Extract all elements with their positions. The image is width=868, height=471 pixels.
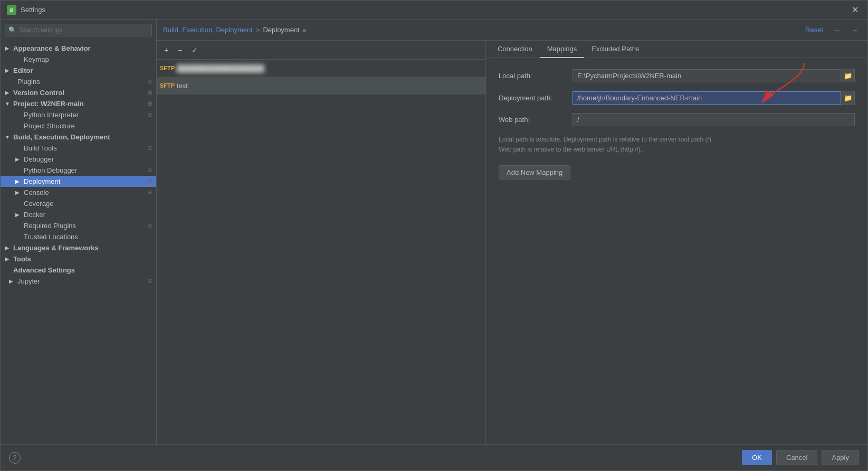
settings-icon: ⊞ <box>147 167 152 174</box>
tab-excluded-paths[interactable]: Excluded Paths <box>584 41 646 58</box>
add-new-mapping-button[interactable]: Add New Mapping <box>499 165 570 180</box>
close-button[interactable]: ✕ <box>848 4 861 16</box>
bottom-bar: ? OK Cancel Apply <box>1 444 867 470</box>
breadcrumb-menu-icon[interactable]: ≡ <box>303 27 306 33</box>
sidebar-item-python-interpreter[interactable]: Python Interpreter ⊞ <box>1 109 156 120</box>
arrow-icon: ▶ <box>15 178 22 184</box>
sidebar-item-coverage[interactable]: Coverage <box>1 198 156 209</box>
sftp-icon: SFTP <box>162 80 173 91</box>
settings-icon: ⊞ <box>147 89 152 96</box>
help-text: Local path is absolute. Deployment path … <box>499 135 855 155</box>
sidebar-item-appearance[interactable]: ▶ Appearance & Behavior <box>1 43 156 54</box>
deployment-path-browse-button[interactable]: 📁 <box>841 91 855 105</box>
server-name: ██████████████████ <box>177 64 264 72</box>
sidebar-item-label: Project Structure <box>24 122 75 130</box>
panel-header: Build, Execution, Deployment > Deploymen… <box>157 20 867 41</box>
arrow-icon: ▶ <box>5 90 11 96</box>
sidebar-item-label: Console <box>24 189 49 196</box>
arrow-icon: ▶ <box>15 190 22 195</box>
settings-icon: ⊞ <box>147 111 152 118</box>
bottom-right: OK Cancel Apply <box>742 450 859 465</box>
server-name: test <box>177 82 188 90</box>
web-path-row: Web path: <box>499 113 855 126</box>
web-path-input[interactable] <box>573 113 855 126</box>
sidebar-item-jupyter[interactable]: ▶ Jupyter ⊞ <box>1 276 156 287</box>
breadcrumb-parent[interactable]: Build, Execution, Deployment <box>163 26 253 34</box>
sidebar-item-required-plugins[interactable]: Required Plugins ⊞ <box>1 220 156 231</box>
sidebar-item-version-control[interactable]: ▶ Version Control ⊞ <box>1 87 156 98</box>
local-path-input[interactable] <box>573 69 841 82</box>
sidebar-item-label: Required Plugins <box>24 222 76 230</box>
sidebar: 🔍 ▶ Appearance & Behavior Keymap ▶ Edito… <box>1 20 157 444</box>
arrow-icon: ▼ <box>5 101 11 107</box>
sidebar-item-label: Trusted Locations <box>24 233 78 241</box>
sidebar-item-console[interactable]: ▶ Console ⊞ <box>1 187 156 198</box>
sidebar-item-project[interactable]: ▼ Project: W2NER-main ⊞ <box>1 98 156 109</box>
tab-connection[interactable]: Connection <box>490 41 540 58</box>
search-icon: 🔍 <box>8 26 16 34</box>
check-button[interactable]: ✓ <box>188 44 201 56</box>
sidebar-item-tools[interactable]: ▶ Tools <box>1 253 156 265</box>
forward-button[interactable]: → <box>848 24 861 35</box>
deployment-path-label: Deployment path: <box>499 94 573 102</box>
tabs-header: Connection Mappings Excluded Paths <box>486 41 867 58</box>
sidebar-item-label: Appearance & Behavior <box>13 44 91 52</box>
sidebar-item-plugins[interactable]: Plugins ⊞ <box>1 76 156 87</box>
sidebar-item-languages[interactable]: ▶ Languages & Frameworks <box>1 242 156 253</box>
sidebar-item-label: Keymap <box>24 55 49 63</box>
cancel-button[interactable]: Cancel <box>776 450 817 465</box>
back-button[interactable]: ← <box>831 24 844 35</box>
local-path-browse-button[interactable]: 📁 <box>841 69 855 82</box>
breadcrumb: Build, Execution, Deployment > Deploymen… <box>163 26 802 34</box>
sidebar-item-docker[interactable]: ▶ Docker <box>1 209 156 220</box>
detail-panel: Connection Mappings Excluded Paths <box>486 41 867 444</box>
sidebar-item-editor[interactable]: ▶ Editor <box>1 65 156 76</box>
sidebar-item-keymap[interactable]: Keymap <box>1 54 156 65</box>
web-path-label: Web path: <box>499 116 573 124</box>
arrow-icon: ▶ <box>5 245 11 251</box>
list-item[interactable]: SFTP ██████████████████ <box>157 60 485 77</box>
sidebar-item-python-debugger[interactable]: Python Debugger ⊞ <box>1 165 156 176</box>
ok-button[interactable]: OK <box>742 450 772 465</box>
sidebar-item-label: Coverage <box>24 200 53 208</box>
sidebar-item-advanced-settings[interactable]: Advanced Settings <box>1 265 156 276</box>
sidebar-item-label: Tools <box>13 255 31 263</box>
arrow-icon: ▼ <box>5 134 11 140</box>
sidebar-item-project-structure[interactable]: Project Structure <box>1 120 156 131</box>
arrow-icon: ▶ <box>15 156 22 162</box>
server-list: SFTP ██████████████████ SFTP test <box>157 60 485 444</box>
settings-icon: ⊞ <box>147 78 152 85</box>
sidebar-item-label: Debugger <box>24 155 54 163</box>
help-button[interactable]: ? <box>9 452 21 464</box>
remove-server-button[interactable]: − <box>175 44 185 56</box>
sidebar-item-label: Python Interpreter <box>24 111 79 119</box>
add-server-button[interactable]: + <box>161 44 171 56</box>
arrow-icon: ▶ <box>5 256 11 262</box>
deployment-path-input[interactable] <box>573 91 841 105</box>
sidebar-item-label: Plugins <box>17 78 40 86</box>
search-input[interactable] <box>5 24 152 36</box>
sidebar-item-build-exec[interactable]: ▼ Build, Execution, Deployment <box>1 131 156 143</box>
reset-button[interactable]: Reset <box>802 24 826 35</box>
sidebar-item-debugger[interactable]: ▶ Debugger <box>1 154 156 165</box>
sidebar-item-trusted-locations[interactable]: Trusted Locations <box>1 231 156 242</box>
main-panel: Build, Execution, Deployment > Deploymen… <box>157 20 867 444</box>
sidebar-item-label: Project: W2NER-main <box>13 100 84 108</box>
settings-icon: ⊞ <box>147 145 152 152</box>
sidebar-item-build-tools[interactable]: Build Tools ⊞ <box>1 143 156 154</box>
deployment-path-row: Deployment path: 📁 <box>499 91 855 105</box>
list-item[interactable]: SFTP test <box>157 77 485 95</box>
sidebar-item-deployment[interactable]: ▶ Deployment ⊞ <box>1 176 156 187</box>
main-content: 🔍 ▶ Appearance & Behavior Keymap ▶ Edito… <box>1 20 867 444</box>
title-bar: ⚙ Settings ✕ <box>1 1 867 20</box>
sidebar-item-label: Docker <box>24 211 45 219</box>
breadcrumb-current: Deployment <box>263 26 299 34</box>
deployment-path-input-wrap: 📁 <box>573 91 855 105</box>
tab-mappings[interactable]: Mappings <box>540 41 584 58</box>
arrow-icon: ▶ <box>5 45 11 51</box>
local-path-label: Local path: <box>499 72 573 80</box>
apply-button[interactable]: Apply <box>822 450 859 465</box>
sidebar-item-label: Languages & Frameworks <box>13 244 99 252</box>
search-box: 🔍 <box>5 24 152 36</box>
list-panel: + − ✓ SFTP ██████████████████ <box>157 41 486 444</box>
